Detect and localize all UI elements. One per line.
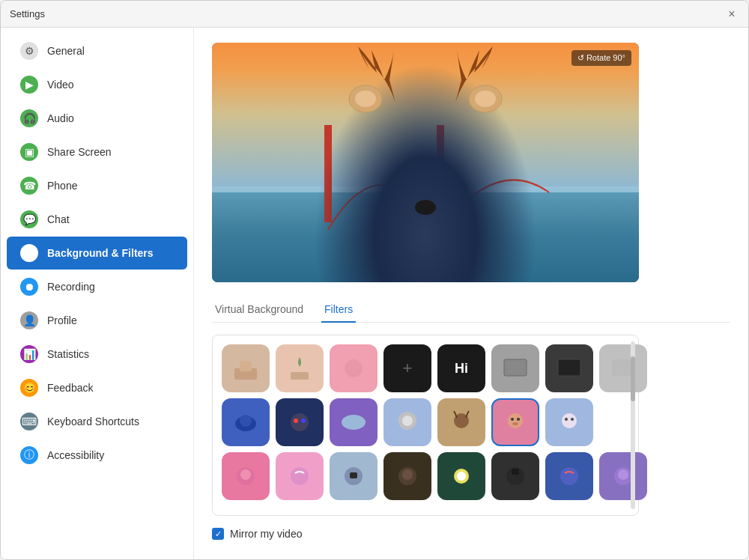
filter-item[interactable] [491,398,539,446]
mirror-section: ✓ Mirror my video [212,528,730,540]
svg-point-15 [291,413,309,431]
filter-item[interactable] [491,452,539,500]
sidebar-item-video-label: Video [47,79,74,91]
sidebar-item-accessibility[interactable]: ⓘAccessibility [7,439,187,472]
svg-point-3 [475,91,496,107]
mirror-checkbox[interactable]: ✓ [212,528,224,540]
sidebar-item-feedback-label: Feedback [47,382,93,394]
scrollbar[interactable] [631,341,635,509]
settings-window: Settings × ⚙General▶Video🎧Audio▣Share Sc… [0,0,749,560]
sidebar-item-keyboard[interactable]: ⌨Keyboard Shortcuts [7,405,187,438]
svg-point-31 [291,467,309,485]
keyboard-icon: ⌨ [20,413,38,430]
filter-item[interactable] [437,452,485,500]
sidebar-item-keyboard-label: Keyboard Shortcuts [47,416,139,427]
filter-item[interactable] [330,344,377,392]
svg-rect-5 [240,361,252,371]
filter-item[interactable] [222,452,270,500]
close-button[interactable]: × [724,7,739,22]
filter-item[interactable] [276,452,324,500]
svg-point-40 [560,467,578,485]
svg-point-1 [355,91,376,107]
svg-rect-10 [558,359,580,376]
svg-point-20 [402,416,413,426]
statistics-icon: 📊 [20,345,38,363]
svg-rect-6 [291,372,309,380]
sidebar-item-statistics-label: Statistics [47,348,89,360]
sidebar-item-recording[interactable]: ⏺Recording [7,270,187,303]
video-icon: ▶ [20,76,38,94]
svg-point-28 [571,418,574,421]
sidebar-item-phone[interactable]: ☎Phone [7,169,187,202]
sidebar-item-profile[interactable]: 👤Profile [7,304,187,337]
svg-point-23 [511,418,514,421]
preview-background [212,43,639,282]
sharescreen-icon: ▣ [20,143,38,161]
filters-row-1: + Hi [222,344,629,392]
filter-item[interactable] [276,344,324,392]
sidebar-item-recording-label: Recording [47,281,95,293]
svg-point-24 [517,418,520,421]
audio-icon: 🎧 [20,109,38,127]
filter-item[interactable] [599,344,647,392]
filter-item[interactable] [599,452,647,500]
filter-item[interactable] [330,398,377,446]
filters-grid: + Hi [212,335,639,516]
tab-filters[interactable]: Filters [321,297,356,323]
filter-item[interactable] [383,452,431,500]
svg-point-27 [565,418,568,421]
filter-item[interactable] [545,344,593,392]
sidebar-item-bgfilters[interactable]: 🖼Background & Filters [7,237,187,270]
sidebar-item-audio[interactable]: 🎧Audio [7,102,187,135]
sidebar-item-sharescreen-label: Share Screen [47,146,112,158]
dog-nose [415,200,436,215]
sidebar-item-video[interactable]: ▶Video [7,68,187,101]
filter-item[interactable] [222,344,270,392]
sidebar-item-statistics[interactable]: 📊Statistics [7,338,187,371]
chat-icon: 💬 [20,210,38,228]
tab-virtual-background[interactable]: Virtual Background [212,297,306,323]
filter-item[interactable]: Hi [437,344,485,392]
window-title: Settings [10,8,45,19]
rotate-button[interactable]: ↺ Rotate 90° [571,50,631,66]
sidebar-item-phone-label: Phone [47,180,77,192]
svg-point-22 [508,413,523,428]
sidebar-item-bgfilters-label: Background & Filters [47,247,154,259]
svg-rect-33 [350,472,357,478]
filter-item[interactable] [491,344,539,392]
filter-item[interactable] [383,398,431,446]
profile-icon: 👤 [20,311,38,329]
content-area: ⚙General▶Video🎧Audio▣Share Screen☎Phone💬… [1,28,748,559]
tabs-container: Virtual Background Filters [212,297,730,323]
filter-item[interactable] [330,452,377,500]
filter-item[interactable] [276,398,324,446]
sidebar-item-accessibility-label: Accessibility [47,449,104,461]
filter-item[interactable] [437,398,485,446]
video-preview: ↺ Rotate 90° [212,43,639,282]
filter-item[interactable] [545,452,593,500]
filter-item[interactable] [222,398,270,446]
svg-point-35 [402,469,413,480]
svg-point-18 [342,415,366,430]
sidebar-item-feedback[interactable]: 😊Feedback [7,371,187,404]
accessibility-icon: ⓘ [20,446,38,464]
sidebar-item-sharescreen[interactable]: ▣Share Screen [7,136,187,168]
svg-point-17 [301,419,306,423]
sidebar-item-chat[interactable]: 💬Chat [7,203,187,236]
filter-item[interactable] [545,398,593,446]
svg-point-25 [512,422,518,425]
svg-point-37 [457,472,466,481]
mirror-label: Mirror my video [230,528,302,540]
svg-point-30 [240,469,251,480]
sidebar-item-general[interactable]: ⚙General [7,34,187,67]
svg-point-26 [562,413,577,428]
deer-filter-overlay [351,43,500,103]
svg-rect-8 [504,359,527,376]
svg-point-7 [345,359,363,377]
sidebar: ⚙General▶Video🎧Audio▣Share Screen☎Phone💬… [1,28,194,559]
sidebar-item-chat-label: Chat [47,213,70,225]
sidebar-item-audio-label: Audio [47,112,74,124]
recording-icon: ⏺ [20,278,38,296]
filters-row-2 [222,398,629,446]
filter-item[interactable]: + [383,344,431,392]
